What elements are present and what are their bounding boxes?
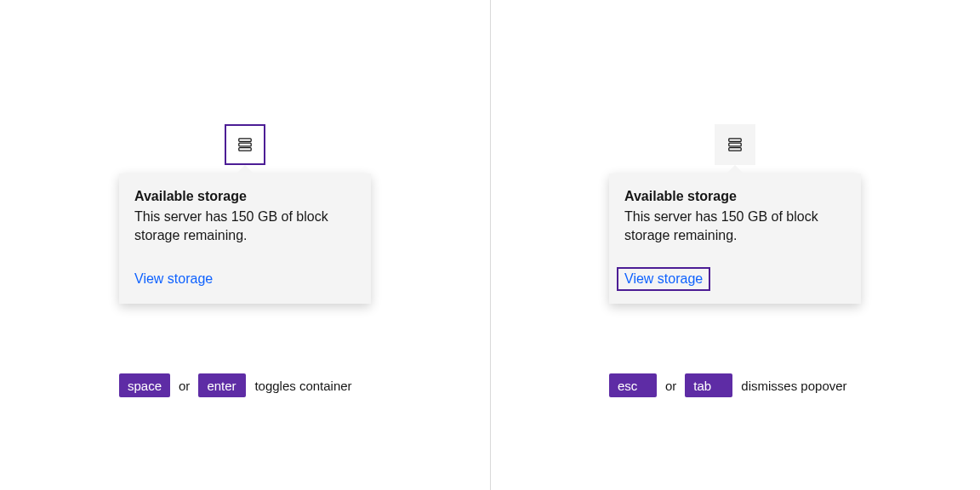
hint-description: toggles container: [254, 379, 351, 393]
view-storage-link[interactable]: View storage: [128, 268, 219, 290]
popover-title: Available storage: [134, 189, 356, 204]
left-panel: Available storage This server has 150 GB…: [0, 0, 490, 490]
svg-rect-0: [239, 139, 251, 142]
popover-body: This server has 150 GB of block storage …: [624, 208, 846, 246]
popover-caret: [726, 165, 744, 182]
popover-caret: [236, 165, 254, 182]
popover-body: This server has 150 GB of block storage …: [134, 208, 356, 246]
storage-popover: Available storage This server has 150 GB…: [609, 174, 861, 304]
svg-rect-4: [729, 143, 741, 146]
storage-popover: Available storage This server has 150 GB…: [119, 174, 371, 304]
hint-separator: or: [179, 379, 190, 393]
right-panel: Available storage This server has 150 GB…: [490, 0, 980, 490]
hint-description: dismisses popover: [741, 379, 846, 393]
storage-icon: [237, 137, 253, 152]
storage-icon: [727, 137, 743, 152]
key-enter: enter: [198, 373, 246, 397]
key-space: space: [119, 373, 170, 397]
svg-rect-5: [729, 148, 741, 151]
keyboard-hint: esc or tab dismisses popover: [609, 373, 847, 397]
key-esc: esc: [609, 373, 657, 397]
svg-rect-3: [729, 139, 741, 142]
view-storage-link[interactable]: View storage: [618, 268, 709, 290]
popover-title: Available storage: [624, 189, 846, 204]
storage-trigger-button[interactable]: [715, 124, 755, 165]
svg-rect-2: [239, 148, 251, 151]
keyboard-hint: space or enter toggles container: [119, 373, 352, 397]
storage-trigger-button[interactable]: [225, 124, 265, 165]
key-tab: tab: [685, 373, 732, 397]
hint-separator: or: [665, 379, 676, 393]
svg-rect-1: [239, 143, 251, 146]
